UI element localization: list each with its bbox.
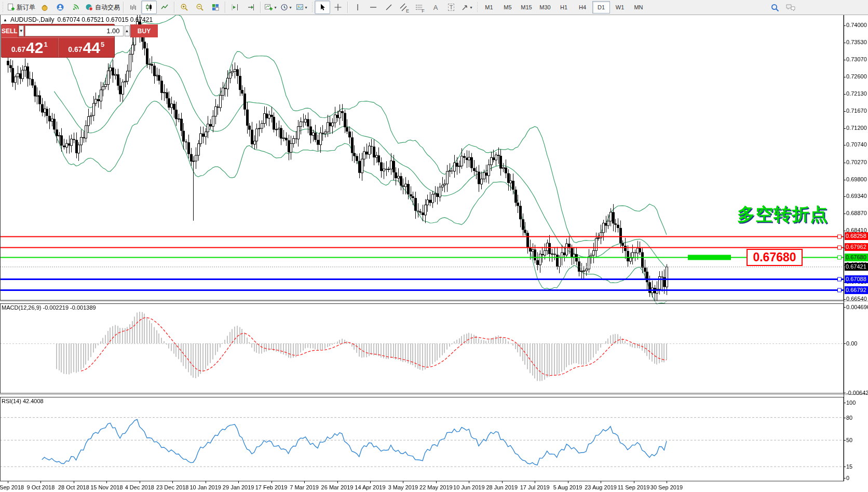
autotrading-icon bbox=[85, 3, 93, 11]
date-axis-label: 30 Sep 2019 bbox=[650, 484, 683, 490]
arrows-icon bbox=[461, 3, 469, 11]
symbol-period-label: AUDUSD-,Daily bbox=[10, 16, 55, 23]
auto-scroll-button[interactable] bbox=[243, 1, 259, 14]
hline-price-tag[interactable]: 0.68258 bbox=[845, 232, 868, 240]
trendline-icon bbox=[385, 3, 393, 11]
collapse-triangle-icon[interactable]: ▲ bbox=[3, 18, 7, 22]
rsi-axis-label: 80 bbox=[846, 415, 868, 421]
volume-decrease-button[interactable]: ▼ bbox=[19, 25, 24, 36]
price-axis-label: 0.74000 bbox=[846, 22, 868, 28]
trendline-button[interactable] bbox=[381, 1, 397, 14]
sell-price[interactable]: 0.67 42 1 bbox=[2, 38, 58, 57]
vertical-line-button[interactable] bbox=[350, 1, 365, 14]
zoom-in-icon bbox=[180, 3, 188, 11]
chart-canvas[interactable] bbox=[0, 15, 868, 492]
date-axis-label: 23 Aug 2019 bbox=[585, 484, 617, 490]
timeframe-h4-button[interactable]: H4 bbox=[574, 1, 591, 14]
templates-button[interactable]: ▾ bbox=[294, 1, 309, 14]
chevron-down-icon: ▾ bbox=[470, 5, 472, 10]
new-chart-button[interactable]: ▾ bbox=[263, 1, 278, 14]
text-label-icon: T bbox=[448, 4, 455, 11]
toolbar-grip[interactable] bbox=[476, 2, 478, 12]
turning-point-annotation[interactable]: 多空转折点 bbox=[737, 203, 828, 227]
zoom-in-button[interactable] bbox=[177, 1, 192, 14]
crosshair-button[interactable] bbox=[330, 1, 346, 14]
timeframe-w1-button[interactable]: W1 bbox=[611, 1, 629, 14]
timeframe-d1-button[interactable]: D1 bbox=[592, 1, 610, 14]
sell-price-pip: 1 bbox=[44, 41, 47, 48]
date-axis-label: 29 Jan 2019 bbox=[223, 484, 254, 490]
candlestick-mode-button[interactable] bbox=[141, 1, 157, 14]
date-axis-label: 14 Apr 2019 bbox=[355, 484, 385, 490]
periods-button[interactable]: ▾ bbox=[278, 1, 294, 14]
date-axis-label: 10 Jan 2019 bbox=[189, 484, 221, 490]
new-order-button[interactable]: 新订单 bbox=[5, 1, 37, 14]
bar-chart-mode-button[interactable] bbox=[126, 1, 141, 14]
timeframe-m15-button[interactable]: M15 bbox=[518, 1, 535, 14]
hline-price-tag[interactable]: 0.66792 bbox=[845, 286, 868, 294]
vertical-line-icon bbox=[354, 3, 362, 11]
timeframe-mn-button[interactable]: MN bbox=[630, 1, 647, 14]
macd-axis-label: 0.004696 bbox=[846, 304, 868, 310]
chart-shift-button[interactable] bbox=[227, 1, 243, 14]
date-axis-label: 17 Feb 2019 bbox=[255, 484, 288, 490]
cursor-button[interactable] bbox=[315, 1, 330, 14]
mql5-community-button[interactable] bbox=[52, 1, 68, 14]
price-axis-label: 0.73070 bbox=[846, 56, 868, 62]
autotrading-label: 自动交易 bbox=[95, 3, 120, 12]
new-order-icon bbox=[7, 3, 15, 11]
buy-price-pip: 5 bbox=[101, 41, 104, 48]
date-axis-label: 11 Sep 2019 bbox=[618, 484, 650, 490]
timeframe-m30-button[interactable]: M30 bbox=[536, 1, 554, 14]
timeframe-toolbar: M1M5M15M30H1H4D1W1MN bbox=[480, 1, 648, 14]
current-price-tag: 0.67421 bbox=[845, 263, 868, 271]
autotrading-button[interactable]: 自动交易 bbox=[84, 1, 121, 14]
market-button[interactable] bbox=[37, 1, 52, 14]
separator bbox=[347, 2, 348, 13]
candlestick-icon bbox=[145, 3, 153, 11]
text-button[interactable]: A bbox=[428, 1, 443, 14]
search-button[interactable] bbox=[767, 1, 783, 15]
hline-price-tag[interactable]: 0.67088 bbox=[845, 275, 868, 283]
volume-input[interactable] bbox=[25, 25, 124, 36]
trade-panel-top-row: SELL ▼ ▲ BUY bbox=[2, 24, 114, 38]
hline-price-tag[interactable]: 0.67680 bbox=[845, 254, 868, 261]
chat-icon bbox=[785, 3, 796, 12]
tile-windows-icon bbox=[211, 3, 220, 11]
market-icon bbox=[40, 3, 49, 11]
templates-icon bbox=[296, 3, 304, 11]
tile-windows-button[interactable] bbox=[208, 1, 223, 14]
trade-panel-price-row: 0.67 42 1 0.67 44 5 bbox=[2, 38, 114, 57]
line-chart-mode-button[interactable] bbox=[157, 1, 172, 14]
fibonacci-button[interactable]: F bbox=[412, 1, 428, 14]
price-axis-label: 0.73530 bbox=[846, 39, 868, 45]
date-axis-label: 7 Mar 2019 bbox=[290, 484, 319, 490]
toolbar-grip[interactable] bbox=[2, 2, 4, 12]
horizontal-line-button[interactable] bbox=[365, 1, 381, 14]
date-axis-label: 4 Dec 2018 bbox=[125, 484, 154, 490]
toolbar-grip[interactable] bbox=[311, 2, 313, 12]
timeframe-h1-button[interactable]: H1 bbox=[555, 1, 573, 14]
channel-letter: E bbox=[406, 8, 409, 14]
separator bbox=[123, 2, 124, 13]
new-chart-icon bbox=[264, 3, 274, 11]
arrows-button[interactable]: ▾ bbox=[459, 1, 474, 14]
sell-button[interactable]: SELL bbox=[2, 24, 18, 37]
buy-price[interactable]: 0.67 44 5 bbox=[59, 38, 115, 57]
macd-indicator-label: MACD(12,26,9) -0.002219 -0.001389 bbox=[2, 304, 96, 311]
price-axis-label: 0.72600 bbox=[846, 73, 868, 79]
date-axis-label: 9 Oct 2018 bbox=[27, 484, 55, 490]
timeframe-m5-button[interactable]: M5 bbox=[499, 1, 517, 14]
volume-increase-button[interactable]: ▲ bbox=[125, 25, 130, 36]
chat-button[interactable] bbox=[783, 1, 798, 15]
buy-button[interactable]: BUY bbox=[130, 24, 158, 37]
timeframe-m1-button[interactable]: M1 bbox=[480, 1, 498, 14]
hline-price-tag[interactable]: 0.67962 bbox=[845, 243, 868, 251]
signals-button[interactable] bbox=[68, 1, 84, 14]
zoom-out-icon bbox=[196, 3, 204, 11]
chevron-down-icon: ▾ bbox=[274, 5, 276, 10]
equidistant-channel-button[interactable]: E bbox=[397, 1, 412, 14]
zoom-out-button[interactable] bbox=[192, 1, 208, 14]
text-label-button[interactable]: T bbox=[443, 1, 459, 14]
price-callout-label[interactable]: 0.67680 bbox=[747, 249, 803, 266]
